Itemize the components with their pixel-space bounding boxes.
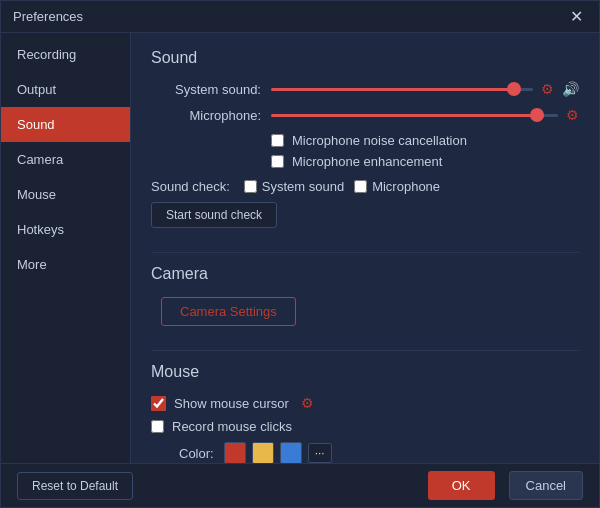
system-sound-check-label: System sound xyxy=(262,179,344,194)
color-label-1: Color: xyxy=(179,446,214,461)
enhancement-checkbox[interactable] xyxy=(271,155,284,168)
footer-buttons: OK Cancel xyxy=(428,471,583,500)
footer: Reset to Default OK Cancel xyxy=(1,463,599,507)
sidebar-item-hotkeys[interactable]: Hotkeys xyxy=(1,212,130,247)
show-cursor-checkbox[interactable] xyxy=(151,396,166,411)
microphone-slider[interactable] xyxy=(271,114,558,117)
dialog-title: Preferences xyxy=(13,9,83,24)
microphone-slider-container: ⚙ xyxy=(271,107,579,123)
sidebar-item-camera[interactable]: Camera xyxy=(1,142,130,177)
enhancement-label: Microphone enhancement xyxy=(292,154,442,169)
microphone-check-item: Microphone xyxy=(354,179,440,194)
microphone-gear-icon[interactable]: ⚙ xyxy=(566,107,579,123)
record-clicks-checkbox[interactable] xyxy=(151,420,164,433)
preferences-dialog: Preferences ✕ Recording Output Sound Cam… xyxy=(0,0,600,508)
system-sound-gear-icon[interactable]: ⚙ xyxy=(541,81,554,97)
show-cursor-row: Show mouse cursor ⚙ xyxy=(151,395,579,411)
sidebar-item-more[interactable]: More xyxy=(1,247,130,282)
color-swatch-yellow-1[interactable] xyxy=(252,442,274,463)
system-sound-check-item: System sound xyxy=(244,179,344,194)
title-bar: Preferences ✕ xyxy=(1,1,599,33)
enhancement-row: Microphone enhancement xyxy=(271,154,579,169)
system-sound-label: System sound: xyxy=(151,82,261,97)
noise-cancellation-label: Microphone noise cancellation xyxy=(292,133,467,148)
noise-cancellation-checkbox[interactable] xyxy=(271,134,284,147)
camera-settings-button[interactable]: Camera Settings xyxy=(161,297,296,326)
sidebar-item-mouse[interactable]: Mouse xyxy=(1,177,130,212)
sound-check-row: Sound check: System sound Microphone xyxy=(151,179,579,194)
color-more-button-1[interactable]: ··· xyxy=(308,443,332,463)
content-area: Recording Output Sound Camera Mouse Hotk… xyxy=(1,33,599,463)
mouse-section-title: Mouse xyxy=(151,363,579,381)
sidebar-item-output[interactable]: Output xyxy=(1,72,130,107)
record-clicks-label: Record mouse clicks xyxy=(172,419,292,434)
sound-section-title: Sound xyxy=(151,49,579,67)
color-row-1: Color: ··· xyxy=(179,442,579,463)
ok-button[interactable]: OK xyxy=(428,471,495,500)
record-clicks-row: Record mouse clicks xyxy=(151,419,579,434)
microphone-check-label: Microphone xyxy=(372,179,440,194)
sidebar: Recording Output Sound Camera Mouse Hotk… xyxy=(1,33,131,463)
speaker-icon: 🔊 xyxy=(562,81,579,97)
system-sound-row: System sound: ⚙ 🔊 xyxy=(151,81,579,97)
close-button[interactable]: ✕ xyxy=(566,9,587,25)
main-content: Sound System sound: ⚙ 🔊 Microphone: ⚙ Mi… xyxy=(131,33,599,463)
reset-button[interactable]: Reset to Default xyxy=(17,472,133,500)
noise-cancellation-row: Microphone noise cancellation xyxy=(271,133,579,148)
sidebar-item-recording[interactable]: Recording xyxy=(1,37,130,72)
microphone-label: Microphone: xyxy=(151,108,261,123)
cancel-button[interactable]: Cancel xyxy=(509,471,583,500)
start-sound-check-button[interactable]: Start sound check xyxy=(151,202,277,228)
color-swatch-blue-1[interactable] xyxy=(280,442,302,463)
system-sound-slider-container: ⚙ 🔊 xyxy=(271,81,579,97)
system-sound-check-checkbox[interactable] xyxy=(244,180,257,193)
camera-section-title: Camera xyxy=(151,265,579,283)
color-swatch-red-1[interactable] xyxy=(224,442,246,463)
sidebar-item-sound[interactable]: Sound xyxy=(1,107,130,142)
system-sound-slider[interactable] xyxy=(271,88,533,91)
divider-camera xyxy=(151,252,579,253)
show-cursor-label: Show mouse cursor xyxy=(174,396,289,411)
microphone-check-checkbox[interactable] xyxy=(354,180,367,193)
divider-mouse xyxy=(151,350,579,351)
show-cursor-gear-icon[interactable]: ⚙ xyxy=(301,395,314,411)
sound-check-label: Sound check: xyxy=(151,179,230,194)
microphone-row: Microphone: ⚙ xyxy=(151,107,579,123)
